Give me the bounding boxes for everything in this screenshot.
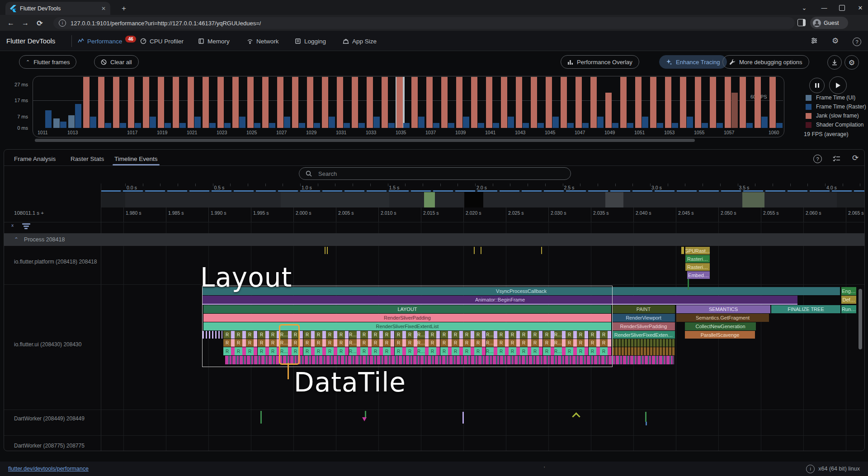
- frame-bar-raster[interactable]: [254, 123, 260, 128]
- export-button[interactable]: [827, 55, 842, 70]
- frame-bar-ui[interactable]: [322, 77, 328, 128]
- flame-bar[interactable]: PAINT: [612, 305, 675, 313]
- frame-bar-raster[interactable]: [418, 117, 425, 128]
- frame-bar-raster[interactable]: [761, 117, 768, 128]
- frame-bar-raster[interactable]: [135, 123, 141, 128]
- flame-bar[interactable]: Eng…: [841, 287, 856, 295]
- tab-search-icon[interactable]: ⌄: [799, 3, 809, 13]
- settings-gear-button[interactable]: ⚙: [844, 55, 859, 70]
- frame-bar-ui[interactable]: [680, 77, 686, 128]
- flame-bar[interactable]: SEMANTICS: [676, 305, 770, 313]
- tab-cpu-profiler[interactable]: CPU Profiler: [140, 36, 184, 46]
- frame-bar-ui[interactable]: [203, 77, 209, 128]
- frame-bar-ui[interactable]: [367, 77, 373, 128]
- tab-network[interactable]: Network: [247, 36, 279, 46]
- frame-bar-ui[interactable]: [635, 77, 642, 128]
- worker-event-mark[interactable]: [260, 411, 262, 424]
- frame-bar-ui[interactable]: [426, 77, 433, 128]
- tab-logging[interactable]: Logging: [295, 36, 326, 46]
- flutter-frames-button[interactable]: ⌃ Flutter frames: [19, 55, 76, 69]
- flame-bar[interactable]: Rasteri…: [685, 263, 710, 271]
- window-maximize-icon[interactable]: [839, 5, 845, 11]
- platform-event-tick[interactable]: [481, 247, 481, 254]
- worker-event-mark[interactable]: [646, 422, 647, 425]
- frame-bar-ui[interactable]: [769, 77, 776, 128]
- frame-bar-raster[interactable]: [642, 117, 648, 128]
- forward-icon[interactable]: →: [20, 18, 31, 28]
- frame-bar-raster[interactable]: [299, 123, 305, 128]
- frame-bar-ui[interactable]: [217, 77, 224, 128]
- flame-bar[interactable]: CollectNewGeneration: [685, 322, 756, 330]
- frame-bar-ui[interactable]: [411, 77, 418, 128]
- frame-bar-raster[interactable]: [567, 123, 574, 128]
- frame-bar-raster[interactable]: [731, 93, 738, 128]
- frame-bar-raster[interactable]: [687, 117, 693, 128]
- frame-bar-ui[interactable]: [620, 77, 627, 128]
- frame-bar-raster[interactable]: [523, 123, 529, 128]
- frame-bar-raster[interactable]: [314, 123, 320, 128]
- frame-bar-raster[interactable]: [165, 123, 171, 128]
- platform-event-tick[interactable]: [325, 247, 326, 254]
- frame-bar-ui[interactable]: [516, 77, 522, 128]
- frame-bar-raster[interactable]: [478, 123, 484, 128]
- frame-bar-ui[interactable]: [173, 77, 179, 128]
- frame-bar-ui[interactable]: [83, 77, 90, 128]
- frame-bar-ui[interactable]: [143, 77, 149, 128]
- frame-bar-raster[interactable]: [508, 117, 514, 128]
- tune-icon[interactable]: [811, 37, 818, 44]
- frame-bar-raster[interactable]: [597, 117, 604, 128]
- side-panel-icon[interactable]: [797, 19, 806, 26]
- frame-bar-raster[interactable]: [373, 117, 380, 128]
- gear-icon[interactable]: ⚙: [832, 36, 839, 46]
- frame-bar-ui[interactable]: [277, 77, 283, 128]
- browser-tab[interactable]: Flutter DevTools ✕: [5, 2, 110, 15]
- tab-close-icon[interactable]: ✕: [101, 5, 106, 12]
- flame-bar[interactable]: GPURast…: [685, 247, 710, 254]
- platform-event-tick[interactable]: [327, 247, 328, 254]
- flame-bar[interactable]: ParallelScavenge: [685, 331, 755, 339]
- frame-bar-ui[interactable]: [546, 77, 552, 128]
- frame-bar-raster[interactable]: [582, 123, 589, 128]
- frame-bar-ui[interactable]: [486, 77, 492, 128]
- devtools-docs-link[interactable]: flutter.dev/devtools/performance: [8, 466, 89, 472]
- frame-bar-ui[interactable]: [396, 77, 403, 128]
- frame-bar-ui[interactable]: [441, 77, 448, 128]
- flame-bar[interactable]: Def…: [841, 296, 856, 304]
- frame-bar-raster[interactable]: [552, 117, 559, 128]
- frame-bar-ui[interactable]: [337, 77, 343, 128]
- tab-app-size[interactable]: App Size: [343, 36, 377, 46]
- flame-bar[interactable]: FINALIZE TREE: [771, 305, 840, 313]
- frame-bar-ui[interactable]: [158, 77, 164, 128]
- frame-bar-ui[interactable]: [740, 77, 746, 128]
- frame-bar-ui[interactable]: [292, 77, 298, 128]
- profile-button[interactable]: Guest: [810, 17, 848, 29]
- frame-bar-raster[interactable]: [209, 123, 216, 128]
- resume-button[interactable]: [829, 76, 847, 94]
- frame-bar-raster[interactable]: [120, 123, 126, 128]
- flame-bar[interactable]: Semantics.GetFragment: [676, 314, 769, 322]
- url-bar[interactable]: i 127.0.0.1:9101/performance?uri=http://…: [53, 17, 795, 29]
- frame-bar-raster[interactable]: [359, 123, 365, 128]
- frame-bar-ui[interactable]: [561, 77, 567, 128]
- frame-bar-ui[interactable]: [501, 77, 507, 128]
- frame-bar-raster[interactable]: [60, 122, 66, 128]
- frame-bar-ui[interactable]: [710, 77, 716, 128]
- frame-bar-ui[interactable]: [247, 77, 254, 128]
- frame-bar-raster[interactable]: [329, 117, 335, 128]
- clear-all-button[interactable]: Clear all: [94, 55, 139, 69]
- site-info-icon[interactable]: i: [59, 19, 66, 27]
- info-icon[interactable]: i: [806, 465, 815, 473]
- frame-bar-raster[interactable]: [150, 117, 156, 128]
- frame-bar-raster[interactable]: [45, 110, 52, 128]
- reload-icon[interactable]: ⟳: [34, 18, 45, 28]
- frame-bar-raster[interactable]: [627, 123, 633, 128]
- frame-bar-raster[interactable]: [179, 123, 186, 128]
- frame-bar-ui[interactable]: [590, 77, 597, 128]
- frame-bar-ui[interactable]: [725, 77, 731, 128]
- frame-bar-raster[interactable]: [702, 123, 708, 128]
- window-minimize-icon[interactable]: —: [819, 3, 829, 13]
- platform-event-tick[interactable]: [541, 247, 542, 254]
- frame-bar-raster[interactable]: [239, 117, 245, 128]
- frame-bar-raster[interactable]: [75, 104, 81, 128]
- worker-event-mark[interactable]: [365, 411, 366, 417]
